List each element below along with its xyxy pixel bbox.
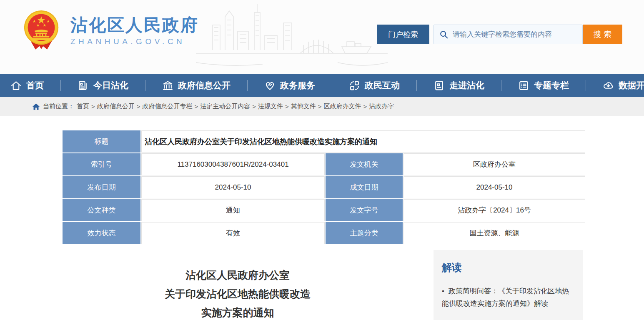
- nav-item-visit[interactable]: 走进沾化: [434, 80, 484, 91]
- meta-label-document-type: 公文种类: [63, 199, 140, 221]
- home-icon: [10, 80, 22, 91]
- meta-value-document-type: 通知: [141, 199, 325, 221]
- site-domain: ZHANHUA.GOV.CN: [70, 37, 199, 46]
- nav-separator: [586, 80, 586, 91]
- nav-separator: [416, 80, 417, 91]
- breadcrumb-item-home[interactable]: 首页: [77, 102, 89, 110]
- meta-value-document-number: 沾政办字〔2024〕16号: [403, 199, 585, 221]
- main-content: 标题 沾化区人民政府办公室关于印发沾化区地热能供暖改造实施方案的通知 索引号 1…: [0, 116, 644, 320]
- interaction-icon: [349, 80, 360, 91]
- meta-value-validity-status: 有效: [141, 222, 325, 244]
- cloud-download-icon: [603, 80, 614, 91]
- document-title-line3: 实施方案的通知: [63, 303, 413, 320]
- document-meta-table: 标题 沾化区人民政府办公室关于印发沾化区地热能供暖改造实施方案的通知 索引号 1…: [63, 130, 583, 244]
- interpretation-link-text: 政策简明问答：《关于印发沾化区地热能供暖改造实施方案的通知》解读: [442, 287, 569, 308]
- nav-separator: [501, 80, 501, 91]
- breadcrumb-item-regulations[interactable]: 法规文件: [258, 102, 283, 110]
- breadcrumb-prefix: 当前位置：: [43, 102, 74, 110]
- breadcrumb-item-statutory-disclosure[interactable]: 法定主动公开内容: [200, 102, 250, 110]
- site-name: 沾化区人民政府: [70, 15, 199, 35]
- nav-item-today[interactable]: 今日沾化: [78, 80, 128, 91]
- site-logo[interactable]: 沾化区人民政府 ZHANHUA.GOV.CN: [23, 10, 199, 52]
- search-icon: [439, 30, 449, 39]
- meta-label-issuing-agency: 发文机关: [326, 153, 403, 175]
- service-heart-icon: [264, 80, 276, 91]
- breadcrumb-item-district-office-files[interactable]: 区政府办文件: [324, 102, 361, 110]
- search-input[interactable]: [453, 30, 582, 39]
- search-area: 门户检索 搜 索: [377, 25, 622, 44]
- breadcrumb-item-zhanzhengbanzi[interactable]: 沾政办字: [369, 102, 394, 110]
- home-icon: [33, 103, 40, 110]
- meta-value-index-number: 11371603004387601R/2024-03401: [141, 153, 325, 175]
- document-title-line1: 沾化区人民政府办公室: [63, 266, 413, 285]
- search-button[interactable]: 搜 索: [583, 25, 622, 44]
- nav-separator: [60, 80, 61, 91]
- news-icon: [78, 80, 89, 91]
- interpretation-heading: 解读: [442, 261, 574, 274]
- bullet-icon: •: [442, 287, 444, 295]
- meta-value-subject-category: 国土资源、能源: [403, 222, 585, 244]
- portal-search-button[interactable]: 门户检索: [377, 25, 429, 44]
- meta-value-written-date: 2024-05-10: [403, 176, 585, 198]
- search-box: [434, 25, 583, 44]
- meta-label-publish-date: 发布日期: [63, 176, 140, 198]
- nav-item-topics[interactable]: 专题专栏: [518, 80, 569, 91]
- site-header: 沾化区人民政府 ZHANHUA.GOV.CN 门户检索 搜 索: [0, 0, 644, 74]
- document-title: 沾化区人民政府办公室 关于印发沾化区地热能供暖改造 实施方案的通知: [63, 266, 413, 320]
- breadcrumb: 当前位置： 首页 > 政府信息公开 > 政府信息公开专栏 > 法定主动公开内容 …: [0, 97, 644, 116]
- national-emblem-icon: [23, 10, 60, 52]
- nav-separator: [247, 80, 248, 91]
- nav-item-services[interactable]: 政务服务: [264, 80, 315, 91]
- site-title-block: 沾化区人民政府 ZHANHUA.GOV.CN: [70, 15, 199, 46]
- meta-label-index-number: 索引号: [63, 153, 140, 175]
- nav-item-interaction[interactable]: 政民互动: [349, 80, 400, 91]
- document-icon: [434, 80, 445, 91]
- meta-label-written-date: 成文日期: [326, 176, 403, 198]
- breadcrumb-item-gov-info-column[interactable]: 政府信息公开专栏: [143, 102, 193, 110]
- meta-value-issuing-agency: 区政府办公室: [403, 153, 585, 175]
- meta-label-subject-category: 主题分类: [326, 222, 403, 244]
- nav-item-open-data[interactable]: 数据开放: [603, 80, 644, 91]
- city-sketch-art: [196, 0, 388, 72]
- breadcrumb-item-gov-info[interactable]: 政府信息公开: [97, 102, 135, 110]
- interpretation-sidebar: 解读 •政策简明问答：《关于印发沾化区地热能供暖改造实施方案的通知》解读: [434, 250, 583, 320]
- government-icon: [162, 80, 173, 91]
- meta-label-title: 标题: [63, 130, 140, 152]
- nav-separator: [145, 80, 145, 91]
- breadcrumb-item-other-files[interactable]: 其他文件: [291, 102, 316, 110]
- interpretation-link[interactable]: •政策简明问答：《关于印发沾化区地热能供暖改造实施方案的通知》解读: [442, 285, 574, 310]
- meta-value-publish-date: 2024-05-10: [141, 176, 325, 198]
- meta-value-title: 沾化区人民政府办公室关于印发沾化区地热能供暖改造实施方案的通知: [141, 130, 585, 152]
- meta-label-validity-status: 效力状态: [63, 222, 140, 244]
- nav-separator: [332, 80, 332, 91]
- nav-item-home[interactable]: 首页: [10, 80, 44, 91]
- meta-label-document-number: 发文字号: [326, 199, 403, 221]
- main-nav: 首页 今日沾化 政府信息公开 政务服务 政民互动 走进沾化: [0, 74, 644, 97]
- list-icon: [518, 80, 529, 91]
- document-title-line2: 关于印发沾化区地热能供暖改造: [63, 285, 413, 303]
- nav-item-gov-info[interactable]: 政府信息公开: [162, 80, 231, 91]
